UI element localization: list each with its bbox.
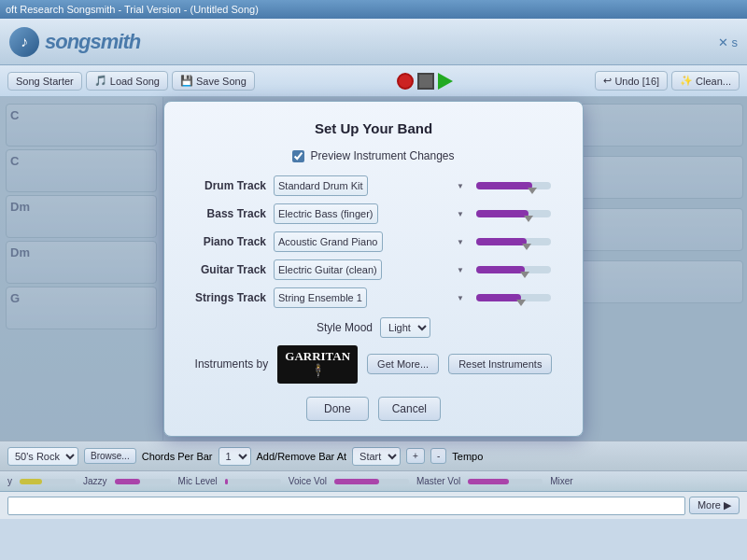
track-label-4: Strings Track xyxy=(187,291,266,304)
jazzy-slider2-bg xyxy=(115,479,171,484)
track-volume-0 xyxy=(476,182,560,189)
instruments-by-label: Instruments by xyxy=(195,357,269,371)
volume-bar-fill-0 xyxy=(476,182,532,189)
track-row-3: Guitar TrackElectric Guitar (clean) xyxy=(187,259,560,280)
volume-bar-bg-4[interactable] xyxy=(476,294,551,301)
dialog-footer: Done Cancel xyxy=(187,397,560,421)
volume-thumb-2 xyxy=(522,244,531,250)
save-song-button[interactable]: 💾 Save Song xyxy=(172,71,255,91)
volume-bar-bg-2[interactable] xyxy=(476,238,551,245)
toolbar: Song Starter 🎵 Load Song 💾 Save Song ↩ U… xyxy=(0,65,747,97)
garritan-figure: 🕴 xyxy=(310,364,326,380)
clean-button[interactable]: ✨ Clean... xyxy=(671,71,740,91)
track-volume-1 xyxy=(476,210,560,217)
track-select-wrapper-1: Electric Bass (finger) xyxy=(274,203,469,224)
track-volume-3 xyxy=(476,266,560,273)
style-mood-label: Style Mood xyxy=(317,321,373,334)
style-select[interactable]: 50's Rock xyxy=(7,447,78,466)
master-vol-label: Master Vol xyxy=(416,476,460,486)
y-label: y xyxy=(7,476,12,486)
mixer-label: Mixer xyxy=(550,476,572,486)
volume-bar-fill-2 xyxy=(476,238,527,245)
volume-bar-bg-1[interactable] xyxy=(476,210,551,217)
track-label-3: Guitar Track xyxy=(187,263,266,276)
save-icon: 💾 xyxy=(180,75,193,87)
track-select-wrapper-3: Electric Guitar (clean) xyxy=(274,259,469,280)
track-label-2: Piano Track xyxy=(187,235,266,248)
load-song-button[interactable]: 🎵 Load Song xyxy=(86,71,168,91)
jazzy-slider-bg xyxy=(20,479,76,484)
modal-overlay: Set Up Your Band Preview Instrument Chan… xyxy=(0,97,747,441)
track-instrument-select-1[interactable]: Electric Bass (finger) xyxy=(274,203,378,224)
undo-button[interactable]: ↩ Undo [16] xyxy=(595,71,668,91)
volume-thumb-1 xyxy=(524,216,533,222)
bottom-bar: 50's Rock Browse... Chords Per Bar 1 Add… xyxy=(0,441,747,470)
logo-text: songsmith xyxy=(45,30,140,54)
volume-bar-fill-4 xyxy=(476,294,521,301)
track-row-1: Bass TrackElectric Bass (finger) xyxy=(187,203,560,224)
track-select-wrapper-0: Standard Drum Kit xyxy=(274,175,469,196)
voice-vol-label: Voice Vol xyxy=(289,476,327,486)
remove-bar-button[interactable]: - xyxy=(430,448,446,464)
add-remove-select[interactable]: Start xyxy=(352,447,401,466)
track-row-4: Strings TrackString Ensemble 1 xyxy=(187,287,560,308)
track-instrument-select-2[interactable]: Acoustic Grand Piano xyxy=(274,231,383,252)
garritan-row: Instruments by GARRITAN 🕴 Get More... Re… xyxy=(187,345,560,383)
preview-check-row: Preview Instrument Changes xyxy=(187,149,560,162)
volume-thumb-0 xyxy=(528,188,537,194)
voice-vol-slider-fill xyxy=(334,479,379,484)
style-mood-row: Style Mood Light xyxy=(187,317,560,338)
search-input[interactable] xyxy=(7,497,685,515)
play-button[interactable] xyxy=(438,73,453,90)
tempo-label: Tempo xyxy=(452,451,483,462)
browse-button[interactable]: Browse... xyxy=(84,448,136,464)
jazzy-slider2-fill xyxy=(115,479,140,484)
add-bar-button[interactable]: + xyxy=(406,448,425,464)
jazzy-slider-fill xyxy=(20,479,42,484)
track-volume-4 xyxy=(476,294,560,301)
chords-per-bar-label: Chords Per Bar xyxy=(142,451,213,462)
mixer-bar: y Jazzy Mic Level Voice Vol Master Vol M… xyxy=(0,470,747,491)
volume-bar-fill-3 xyxy=(476,266,525,273)
master-vol-slider-bg xyxy=(468,479,543,484)
cancel-button[interactable]: Cancel xyxy=(378,397,441,421)
done-button[interactable]: Done xyxy=(306,397,369,421)
more-button[interactable]: More ▶ xyxy=(689,497,740,514)
close-button[interactable]: ✕ s xyxy=(718,35,738,49)
mic-level-label: Mic Level xyxy=(178,476,218,486)
voice-vol-slider-bg xyxy=(334,479,409,484)
record-button[interactable] xyxy=(397,73,414,90)
track-label-1: Bass Track xyxy=(187,207,266,220)
volume-bar-fill-1 xyxy=(476,210,529,217)
main-area: C C Dm Dm G G Ending Bar Am F F Set xyxy=(0,97,747,441)
track-instrument-select-0[interactable]: Standard Drum Kit xyxy=(274,175,368,196)
volume-thumb-3 xyxy=(520,272,529,278)
volume-thumb-4 xyxy=(516,300,526,306)
clean-icon: ✨ xyxy=(680,75,693,87)
track-instrument-select-4[interactable]: String Ensemble 1 xyxy=(274,287,367,308)
chords-per-bar-select[interactable]: 1 xyxy=(218,447,251,466)
track-instrument-select-3[interactable]: Electric Guitar (clean) xyxy=(274,259,382,280)
stop-button[interactable] xyxy=(417,73,434,90)
track-volume-2 xyxy=(476,238,560,245)
preview-checkbox[interactable] xyxy=(292,150,304,162)
jazzy-label: Jazzy xyxy=(83,476,107,486)
title-bar: oft Research Songsmith - Trial Version -… xyxy=(0,0,747,19)
track-select-wrapper-2: Acoustic Grand Piano xyxy=(274,231,469,252)
garritan-name: GARRITAN xyxy=(285,349,350,364)
song-starter-button[interactable]: Song Starter xyxy=(7,72,82,91)
app-header: ♪ songsmith ✕ s xyxy=(0,19,747,65)
dialog-title: Set Up Your Band xyxy=(187,120,560,136)
setup-band-dialog: Set Up Your Band Preview Instrument Chan… xyxy=(163,101,584,436)
add-remove-label: Add/Remove Bar At xyxy=(257,451,347,462)
undo-icon: ↩ xyxy=(603,75,612,87)
volume-bar-bg-3[interactable] xyxy=(476,266,551,273)
preview-check-label[interactable]: Preview Instrument Changes xyxy=(310,149,454,162)
get-more-button[interactable]: Get More... xyxy=(367,354,439,374)
logo-icon: ♪ xyxy=(9,27,39,57)
volume-bar-bg-0[interactable] xyxy=(476,182,551,189)
track-label-0: Drum Track xyxy=(187,179,266,192)
style-mood-select[interactable]: Light xyxy=(380,317,430,338)
load-icon: 🎵 xyxy=(94,75,107,87)
reset-instruments-button[interactable]: Reset Instruments xyxy=(448,354,552,374)
